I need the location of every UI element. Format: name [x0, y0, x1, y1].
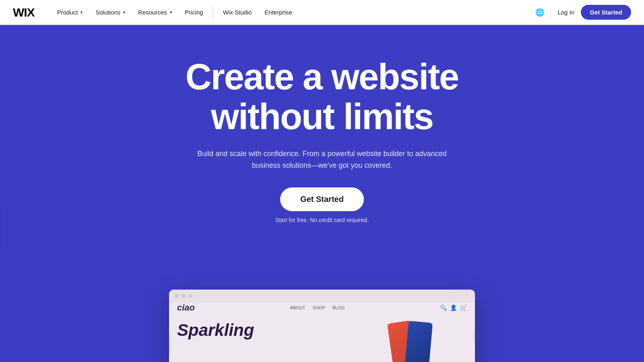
- login-link[interactable]: Log In: [557, 9, 574, 16]
- browser-topbar: [169, 290, 475, 302]
- drink-cans: [354, 306, 435, 362]
- product-chevron-icon: ▾: [80, 10, 83, 14]
- hero-section: Create a website without limits Build an…: [0, 25, 644, 362]
- mock-user-icon: 👤: [450, 304, 457, 311]
- nav-enterprise[interactable]: Enterprise: [258, 0, 298, 25]
- mock-cart-icon: 🛒: [460, 304, 467, 311]
- navbar: WIX Product ▾ Solutions ▾ Resources ▾ Pr…: [0, 0, 644, 25]
- wix-logo[interactable]: WIX: [13, 6, 35, 19]
- nav-pricing[interactable]: Pricing: [178, 0, 210, 25]
- globe-icon[interactable]: 🌐: [535, 8, 544, 17]
- hero-free-text: Start for free. No credit card required.: [275, 217, 369, 223]
- nav-links: Product ▾ Solutions ▾ Resources ▾ Pricin…: [51, 0, 536, 25]
- hero-subtitle: Build and scale with confidence. From a …: [197, 148, 447, 171]
- browser-mockup-container: ciao ABOUT SHOP BLOG 🔍 👤 🛒 Sparkling: [169, 290, 475, 362]
- browser-dot-3: [188, 294, 192, 298]
- can-blue: [405, 321, 433, 362]
- browser-dot-2: [182, 294, 186, 298]
- mock-search-icon: 🔍: [440, 304, 447, 311]
- browser-dot-1: [175, 294, 179, 298]
- mock-logo: ciao: [177, 302, 195, 313]
- nav-right-divider: [551, 8, 551, 17]
- hero-cta-button[interactable]: Get Started: [280, 187, 364, 211]
- resources-chevron-icon: ▾: [170, 10, 172, 14]
- mock-nav-icons: 🔍 👤 🛒: [440, 304, 467, 311]
- nav-resources[interactable]: Resources ▾: [132, 0, 178, 25]
- nav-solutions[interactable]: Solutions ▾: [89, 0, 132, 25]
- nav-wix-studio[interactable]: Wix Studio: [217, 0, 258, 25]
- nav-product[interactable]: Product ▾: [51, 0, 89, 25]
- hero-title: Create a website without limits: [186, 57, 458, 137]
- mock-nav-links: ABOUT SHOP BLOG: [290, 305, 345, 310]
- get-started-nav-button[interactable]: Get Started: [581, 5, 631, 20]
- solutions-chevron-icon: ▾: [123, 10, 125, 14]
- browser-mockup: ciao ABOUT SHOP BLOG 🔍 👤 🛒 Sparkling: [169, 290, 475, 362]
- nav-right: 🌐 Log In Get Started: [535, 5, 631, 20]
- nav-divider: [213, 6, 213, 19]
